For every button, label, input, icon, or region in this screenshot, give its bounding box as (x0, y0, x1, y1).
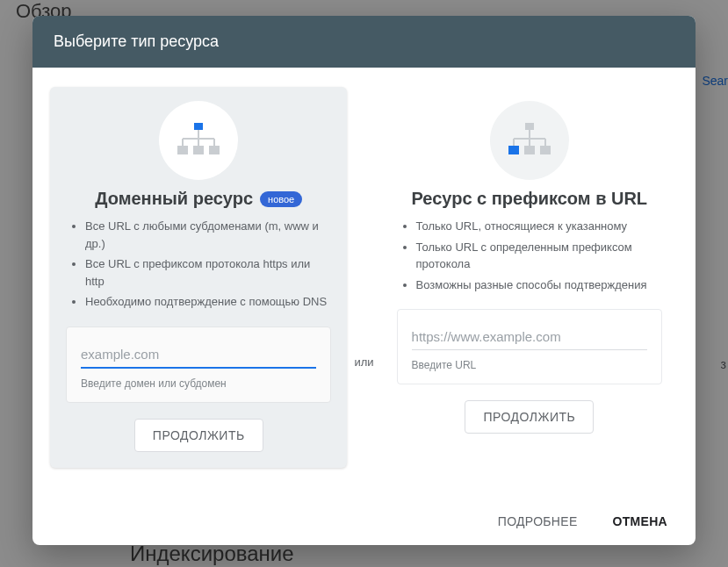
svg-rect-8 (209, 146, 220, 154)
svg-rect-6 (177, 146, 188, 154)
url-input-help: Введите URL (412, 359, 647, 371)
url-continue-button[interactable]: ПРОДОЛЖИТЬ (465, 400, 594, 434)
svg-rect-7 (193, 146, 204, 154)
svg-rect-15 (508, 146, 519, 154)
or-separator: или (354, 355, 373, 369)
list-item: Возможны разные способы подтверждения (416, 276, 662, 294)
domain-card-title: Доменный ресурс (95, 189, 253, 209)
list-item: Необходимо подтверждение с помощью DNS (85, 293, 331, 311)
list-item: Все URL с префиксом протокола https или … (85, 255, 331, 290)
domain-input-container: Введите домен или субдомен (66, 327, 331, 403)
svg-rect-0 (194, 123, 203, 130)
svg-rect-9 (525, 123, 534, 130)
url-card-title: Ресурс с префиксом в URL (411, 189, 647, 209)
url-prefix-property-card[interactable]: Ресурс с префиксом в URL Только URL, отн… (381, 87, 678, 449)
domain-card-bullets: Все URL с любыми субдоменами (m, www и д… (66, 218, 331, 314)
sitemap-icon (159, 101, 238, 180)
dialog-title: Выберите тип ресурса (32, 16, 696, 68)
cancel-button[interactable]: ОТМЕНА (608, 513, 673, 529)
select-resource-type-dialog: Выберите тип ресурса Доменный ресурс (32, 16, 696, 545)
url-card-bullets: Только URL, относящиеся к указанному Тол… (397, 218, 662, 297)
domain-input[interactable] (81, 343, 316, 369)
url-prefix-input[interactable] (412, 326, 647, 350)
domain-card-title-row: Доменный ресурс новое (66, 189, 331, 209)
list-item: Только URL, относящиеся к указанному (416, 218, 662, 235)
svg-rect-16 (524, 146, 535, 154)
dialog-footer: ПОДРОБНЕЕ ОТМЕНА (32, 496, 696, 545)
domain-continue-button[interactable]: ПРОДОЛЖИТЬ (134, 419, 263, 452)
url-card-title-row: Ресурс с префиксом в URL (397, 189, 662, 209)
svg-rect-17 (540, 146, 551, 154)
dialog-body: Доменный ресурс новое Все URL с любыми с… (32, 68, 696, 496)
list-item: Все URL с любыми субдоменами (m, www и д… (85, 218, 331, 252)
new-badge: новое (260, 191, 302, 207)
list-item: Только URL с определенным префиксом прот… (416, 239, 662, 273)
domain-property-card[interactable]: Доменный ресурс новое Все URL с любыми с… (50, 87, 347, 468)
sitemap-icon (490, 101, 569, 180)
domain-input-help: Введите домен или субдомен (81, 377, 316, 390)
learn-more-button[interactable]: ПОДРОБНЕЕ (493, 513, 583, 529)
url-input-container: Введите URL (397, 309, 662, 384)
